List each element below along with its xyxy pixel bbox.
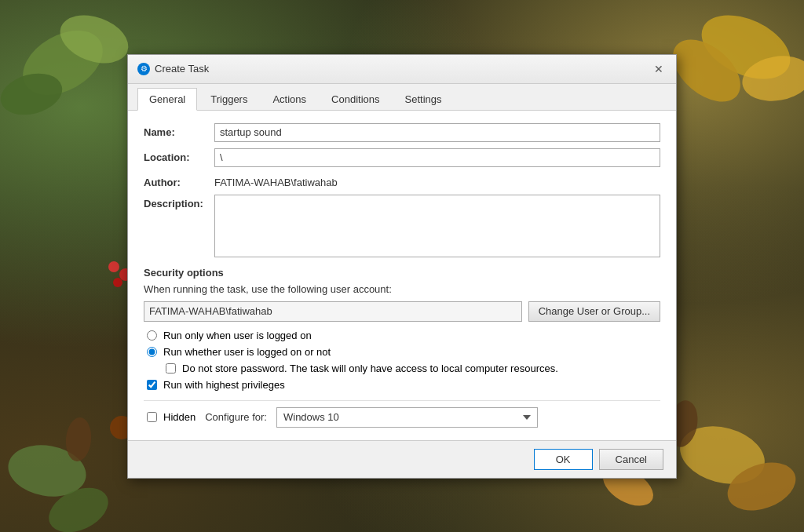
author-value: FATIMA-WAHAB\fatiwahab xyxy=(214,173,660,188)
ok-button[interactable]: OK xyxy=(534,449,593,470)
dialog-footer: OK Cancel xyxy=(128,440,676,478)
create-task-dialog: ⚙ Create Task ✕ General Triggers Actions… xyxy=(127,54,677,479)
highest-privileges-row: Run with highest privileges xyxy=(144,379,660,391)
tab-general[interactable]: General xyxy=(137,88,197,111)
configure-label: Configure for: xyxy=(205,411,267,423)
title-bar: ⚙ Create Task ✕ xyxy=(128,55,676,84)
no-store-password-label: Do not store password. The task will onl… xyxy=(182,363,558,374)
radio-whether-logged-row: Run whether user is logged on or not xyxy=(144,346,660,358)
radio-whether-logged-label: Run whether user is logged on or not xyxy=(163,346,331,358)
bottom-options-row: Hidden Configure for: Windows 10 Windows… xyxy=(144,400,660,428)
no-store-password-checkbox[interactable] xyxy=(166,363,176,373)
name-input[interactable] xyxy=(214,123,660,142)
radio-whether-logged[interactable] xyxy=(147,347,157,357)
location-label: Location: xyxy=(144,148,214,163)
radio-logged-on-label: Run only when user is logged on xyxy=(163,330,312,341)
dialog-overlay: ⚙ Create Task ✕ General Triggers Actions… xyxy=(0,0,804,532)
no-store-password-row: Do not store password. The task will onl… xyxy=(144,363,660,374)
author-label: Author: xyxy=(144,173,214,188)
description-label: Description: xyxy=(144,195,214,210)
radio-logged-on-row: Run only when user is logged on xyxy=(144,330,660,341)
close-button[interactable]: ✕ xyxy=(651,61,667,77)
title-bar-left: ⚙ Create Task xyxy=(137,63,209,75)
hidden-row: Hidden xyxy=(144,411,196,423)
location-row: Location: xyxy=(144,148,660,167)
user-account-row: Change User or Group... xyxy=(144,301,660,322)
tab-settings[interactable]: Settings xyxy=(393,88,454,111)
hidden-label: Hidden xyxy=(163,411,196,423)
location-input[interactable] xyxy=(214,148,660,167)
tab-bar: General Triggers Actions Conditions Sett… xyxy=(128,84,676,111)
description-row: Description: xyxy=(144,195,660,257)
highest-privileges-checkbox[interactable] xyxy=(147,380,157,390)
hidden-checkbox[interactable] xyxy=(147,412,157,422)
name-row: Name: xyxy=(144,123,660,142)
name-label: Name: xyxy=(144,123,214,138)
security-section-title: Security options xyxy=(144,267,660,279)
radio-logged-on[interactable] xyxy=(147,330,157,341)
dialog-icon: ⚙ xyxy=(137,63,150,75)
dialog-title: Create Task xyxy=(155,63,209,75)
dialog-body: Name: Location: Author: FATIMA-WAHAB\fat… xyxy=(128,111,676,440)
user-account-input[interactable] xyxy=(144,301,522,322)
configure-select[interactable]: Windows 10 Windows 7, Windows Server 200… xyxy=(276,407,538,428)
author-row: Author: FATIMA-WAHAB\fatiwahab xyxy=(144,173,660,188)
security-account-info: When running the task, use the following… xyxy=(144,283,660,295)
highest-privileges-label: Run with highest privileges xyxy=(163,379,285,391)
tab-triggers[interactable]: Triggers xyxy=(199,88,259,111)
cancel-button[interactable]: Cancel xyxy=(599,449,663,470)
tab-conditions[interactable]: Conditions xyxy=(320,88,391,111)
change-user-button[interactable]: Change User or Group... xyxy=(528,301,660,322)
description-textarea[interactable] xyxy=(214,195,660,257)
tab-actions[interactable]: Actions xyxy=(261,88,318,111)
